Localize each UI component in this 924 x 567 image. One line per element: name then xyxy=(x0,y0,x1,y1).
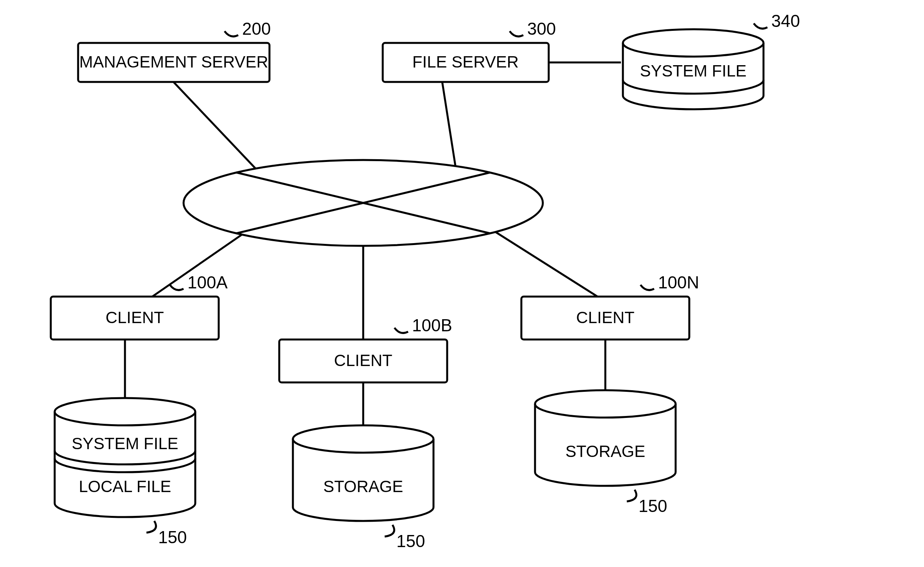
ref-leader xyxy=(225,31,238,36)
file-server-ref: 300 xyxy=(527,19,556,38)
ref-leader xyxy=(510,31,523,36)
network-hub xyxy=(184,160,543,246)
storage-a-ref: 150 xyxy=(158,528,187,547)
file-server-block: FILE SERVER 300 xyxy=(383,19,556,82)
storage-a-localfile-label: LOCAL FILE xyxy=(79,477,171,496)
ref-leader xyxy=(754,23,767,28)
svg-point-11 xyxy=(535,390,676,418)
system-file-ref: 340 xyxy=(771,11,800,30)
client-b-ref: 100B xyxy=(412,316,452,335)
client-n-label: CLIENT xyxy=(576,308,634,327)
storage-n-label: STORAGE xyxy=(565,442,646,460)
link-fsrv-hub xyxy=(441,76,457,176)
ref-leader xyxy=(170,285,184,290)
ref-leader xyxy=(385,525,394,537)
client-n-block: CLIENT 100N xyxy=(521,273,699,339)
client-a-ref: 100A xyxy=(187,273,228,292)
client-a-block: CLIENT 100A xyxy=(51,273,228,339)
system-file-label: SYSTEM FILE xyxy=(640,62,746,80)
management-server-block: MANAGEMENT SERVER 200 xyxy=(78,19,271,82)
storage-a-systemfile-label: SYSTEM FILE xyxy=(71,434,178,453)
ref-leader xyxy=(627,490,637,501)
svg-point-10 xyxy=(293,425,433,453)
system-file-disk: SYSTEM FILE 340 xyxy=(623,11,800,109)
network-diagram: MANAGEMENT SERVER 200 FILE SERVER 300 SY… xyxy=(0,0,924,567)
client-a-label: CLIENT xyxy=(105,308,164,327)
ref-leader xyxy=(394,328,408,333)
storage-a-disk: SYSTEM FILE LOCAL FILE 150 xyxy=(55,398,195,547)
svg-point-9 xyxy=(55,398,195,425)
client-b-label: CLIENT xyxy=(334,351,392,370)
storage-b-ref: 150 xyxy=(396,531,425,551)
ref-leader xyxy=(146,521,156,533)
management-server-label: MANAGEMENT SERVER xyxy=(79,53,268,71)
storage-n-disk: STORAGE 150 xyxy=(535,390,676,515)
storage-b-label: STORAGE xyxy=(323,477,403,496)
storage-n-ref: 150 xyxy=(639,496,667,515)
svg-point-5 xyxy=(623,29,763,57)
file-server-label: FILE SERVER xyxy=(412,53,519,71)
client-n-ref: 100N xyxy=(658,273,699,292)
management-server-ref: 200 xyxy=(242,19,271,38)
storage-b-disk: STORAGE 150 xyxy=(293,425,433,551)
ref-leader xyxy=(640,285,654,290)
link-hub-cliN xyxy=(480,222,598,297)
client-b-block: CLIENT 100B xyxy=(279,316,452,382)
